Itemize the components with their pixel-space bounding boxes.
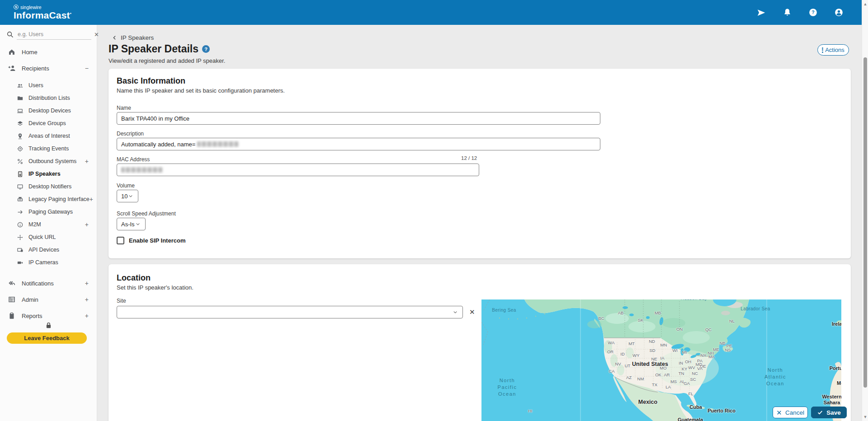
map-canvas [481, 299, 841, 421]
laptop-icon [17, 108, 24, 114]
save-button-label: Save [826, 409, 841, 416]
scroll-up-arrow[interactable]: ▲ [862, 1, 868, 7]
expand-icon[interactable]: + [90, 196, 93, 202]
kebab-menu-icon [822, 47, 823, 53]
site-label: Site [117, 298, 126, 304]
save-button[interactable]: Save [811, 407, 847, 418]
sidebar-item-quick-url[interactable]: Quick URL [0, 231, 97, 243]
leave-feedback-button[interactable]: Leave Feedback [7, 332, 87, 344]
sidebar-item-distribution-lists[interactable]: Distribution Lists [0, 92, 97, 104]
sidebar-item-recipients[interactable]: Recipients− [0, 60, 97, 76]
mac-address-label: MAC Address [117, 156, 150, 163]
sidebar-item-desktop-devices[interactable]: Desktop Devices [0, 104, 97, 117]
sidebar-item-label: Home [22, 49, 38, 56]
sidebar-item-label: Desktop Devices [28, 108, 71, 114]
page-scrollbar[interactable]: ▲ ▼ [862, 0, 868, 421]
sidebar-item-ip-speakers[interactable]: IP Speakers [0, 168, 97, 180]
arrow-right-icon [17, 209, 24, 215]
sidebar-item-label: Legacy Paging Interface [28, 196, 90, 202]
home-icon [8, 48, 16, 56]
sidebar-item-device-groups[interactable]: Device Groups [0, 117, 97, 130]
enable-sip-row: Enable SIP Intercom [117, 237, 185, 244]
section-title-basic: Basic Information [117, 76, 185, 86]
layers-icon [17, 120, 24, 127]
actions-button[interactable]: Actions [817, 44, 849, 56]
cancel-button-label: Cancel [785, 409, 804, 416]
sidebar-item-admin[interactable]: Admin+ [0, 291, 97, 308]
enable-sip-checkbox[interactable] [117, 237, 124, 244]
page-title: IP Speaker Details [108, 43, 198, 55]
sidebar-nav: ✕ HomeRecipients−UsersDistribution Lists… [0, 25, 97, 421]
sidebar-item-label: Users [28, 82, 43, 89]
speaker-icon [17, 171, 24, 178]
expand-icon[interactable]: + [85, 313, 89, 319]
breadcrumb-label: IP Speakers [121, 34, 154, 41]
mac-address-input[interactable] [117, 164, 479, 176]
site-select[interactable] [117, 306, 463, 318]
bell-icon[interactable] [783, 8, 792, 17]
informacast-app: S singlewire InformaCast• ? ▲ ▼ ✕ HomeRe… [0, 0, 868, 421]
sidebar-item-label: Quick URL [28, 234, 56, 240]
scrollbar-thumb[interactable] [863, 57, 867, 388]
sidebar-item-label: IP Speakers [28, 171, 61, 177]
name-label: Name [117, 105, 131, 111]
sidebar-item-label: Desktop Notifiers [28, 183, 71, 190]
expand-icon[interactable]: + [85, 296, 89, 303]
collapse-icon[interactable]: − [85, 65, 89, 71]
expand-icon[interactable]: + [85, 221, 89, 228]
singlewire-logo-icon: S [14, 5, 19, 9]
section-title-location: Location [117, 273, 151, 283]
scroll-speed-select[interactable]: As-Is [117, 218, 146, 230]
reply-all-icon [8, 279, 16, 287]
expand-icon[interactable]: + [85, 280, 89, 286]
sidebar-item-areas-of-interest[interactable]: Areas of Interest [0, 130, 97, 142]
redacted-value [197, 141, 239, 147]
cancel-button[interactable]: Cancel [773, 407, 808, 418]
quick-url-icon [17, 234, 24, 241]
brand-logo[interactable]: S singlewire InformaCast• [14, 5, 71, 20]
account-icon[interactable] [834, 8, 844, 17]
sidebar-item-users[interactable]: Users [0, 79, 97, 92]
sidebar-item-label: Paging Gateways [28, 209, 73, 215]
sidebar-search-input[interactable] [17, 29, 91, 40]
sidebar-nav-list: HomeRecipients−UsersDistribution ListsDe… [0, 44, 97, 324]
sidebar-item-outbound-systems[interactable]: Outbound Systems+ [0, 155, 97, 168]
site-clear-icon[interactable]: ✕ [469, 308, 475, 316]
help-icon[interactable]: ? [808, 8, 818, 17]
section-subtitle-location: Set this IP speaker's location. [117, 284, 193, 291]
sidebar-item-home[interactable]: Home [0, 44, 97, 60]
breadcrumb[interactable]: IP Speakers [112, 34, 154, 41]
actions-button-label: Actions [825, 47, 844, 53]
enable-sip-label: Enable SIP Intercom [129, 237, 185, 244]
person-add-icon [8, 64, 16, 72]
title-help-icon[interactable]: ? [202, 45, 210, 53]
close-icon [776, 410, 782, 416]
expand-icon[interactable]: + [85, 158, 89, 164]
sidebar-item-api-devices[interactable]: API Devices [0, 243, 97, 256]
sidebar-item-label: Tracking Events [28, 145, 69, 152]
description-input[interactable]: Automatically added, name= [117, 138, 600, 150]
sidebar-item-notifications[interactable]: Notifications+ [0, 275, 97, 291]
send-icon[interactable] [756, 8, 766, 18]
name-input[interactable]: Barix TPA400 in my Office [117, 112, 600, 125]
sidebar-item-paging-gateways[interactable]: Paging Gateways [0, 206, 97, 218]
scroll-down-arrow[interactable]: ▼ [862, 414, 868, 420]
location-map[interactable]: Bering SeaHudson BayLabrador SeaNorth Pa… [481, 299, 841, 421]
brand-large-text: InformaCast [14, 10, 70, 20]
section-subtitle-basic: Name this IP speaker and set its basic c… [117, 87, 285, 94]
volume-select[interactable]: 10 [117, 190, 138, 202]
volume-label: Volume [117, 182, 135, 189]
chevron-down-icon [127, 193, 134, 199]
sidebar-item-m2m[interactable]: M2M+ [0, 218, 97, 231]
outbound-icon [17, 158, 24, 165]
sidebar-item-tracking-events[interactable]: Tracking Events [0, 142, 97, 155]
description-label: Description [117, 131, 144, 137]
sidebar-item-label: Distribution Lists [28, 95, 70, 101]
sidebar-item-legacy-paging-interface[interactable]: Legacy Paging Interface+ [0, 193, 97, 206]
svg-text:?: ? [811, 9, 814, 15]
sidebar-item-desktop-notifiers[interactable]: Desktop Notifiers [0, 180, 97, 193]
search-clear-icon[interactable]: ✕ [94, 32, 99, 37]
building-icon [8, 295, 16, 304]
sidebar-item-ip-cameras[interactable]: IP Cameras [0, 256, 97, 269]
lock-icon [45, 322, 52, 329]
